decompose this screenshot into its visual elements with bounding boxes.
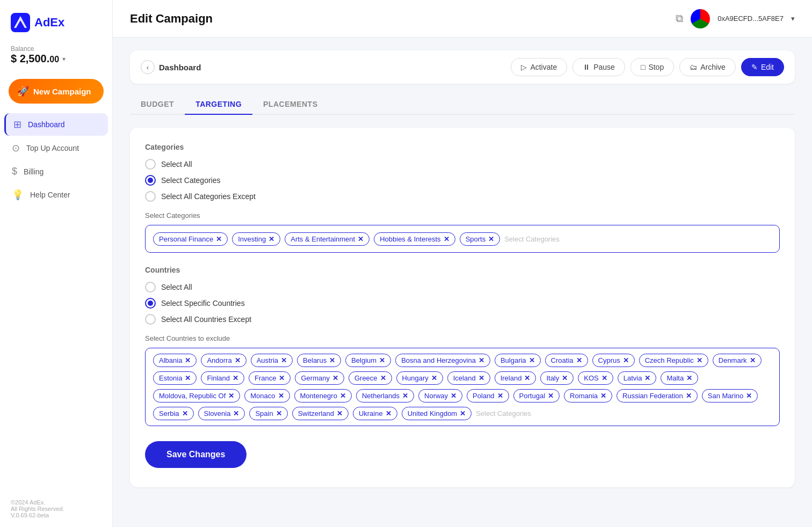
remove-tag-icon[interactable]: ✕	[524, 375, 530, 382]
country-tag: Latvia✕	[618, 371, 657, 385]
sidebar-item-topup[interactable]: ⊙ Top Up Account	[4, 137, 108, 159]
sidebar-item-help[interactable]: 💡 Help Center	[4, 184, 108, 206]
category-tag: Investing✕	[232, 232, 280, 246]
remove-tag-icon[interactable]: ✕	[529, 357, 535, 364]
remove-tag-icon[interactable]: ✕	[697, 357, 702, 364]
categories-tags-input[interactable]: Personal Finance✕Investing✕Arts & Entert…	[145, 225, 780, 253]
remove-tag-icon[interactable]: ✕	[562, 375, 568, 382]
countries-placeholder: Select Categories	[476, 409, 531, 418]
remove-tag-icon[interactable]: ✕	[601, 375, 607, 382]
remove-tag-icon[interactable]: ✕	[235, 357, 241, 364]
country-tag: Switzerland✕	[292, 407, 349, 420]
country-tag: United Kingdom✕	[402, 407, 472, 420]
radio-select-specific-countries[interactable]: Select Specific Countries	[145, 298, 780, 309]
archive-button[interactable]: 🗂 Archive	[679, 58, 736, 76]
remove-tag-icon[interactable]: ✕	[548, 392, 554, 399]
radio-select-all-countries[interactable]: Select All	[145, 282, 780, 292]
radio-select-all-categories[interactable]: Select All	[145, 159, 780, 170]
country-tag: Austria✕	[251, 354, 293, 367]
remove-tag-icon[interactable]: ✕	[576, 357, 582, 364]
remove-tag-icon[interactable]: ✕	[216, 236, 222, 243]
topbar-right: ⧉ 0xA9ECFD...5AF8E7 ▾	[676, 9, 795, 28]
radio-circle-cat	[145, 175, 156, 186]
edit-button[interactable]: ✎ Edit	[741, 58, 784, 76]
back-arrow-icon[interactable]: ‹	[141, 60, 155, 74]
remove-tag-icon[interactable]: ✕	[686, 392, 692, 399]
stop-button[interactable]: □ Stop	[630, 58, 674, 76]
activate-button[interactable]: ▷ Activate	[511, 58, 567, 76]
breadcrumb[interactable]: ‹ Dashboard	[141, 60, 201, 74]
pause-button[interactable]: ⏸ Pause	[572, 58, 625, 76]
remove-tag-icon[interactable]: ✕	[269, 236, 274, 243]
remove-tag-icon[interactable]: ✕	[386, 410, 392, 417]
radio-select-all-except-categories[interactable]: Select All Categories Except	[145, 191, 780, 202]
tab-targeting[interactable]: TARGETING	[185, 94, 252, 115]
remove-tag-icon[interactable]: ✕	[460, 410, 466, 417]
remove-tag-icon[interactable]: ✕	[340, 392, 346, 399]
remove-tag-icon[interactable]: ✕	[686, 375, 692, 382]
remove-tag-icon[interactable]: ✕	[479, 375, 484, 382]
country-tag: Estonia✕	[153, 371, 197, 385]
remove-tag-icon[interactable]: ✕	[185, 357, 191, 364]
remove-tag-icon[interactable]: ✕	[600, 392, 606, 399]
remove-tag-icon[interactable]: ✕	[278, 392, 284, 399]
radio-circle-specific	[145, 298, 156, 309]
country-tag: Netherlands✕	[356, 389, 414, 402]
remove-tag-icon[interactable]: ✕	[332, 375, 338, 382]
remove-tag-icon[interactable]: ✕	[379, 357, 385, 364]
remove-tag-icon[interactable]: ✕	[358, 236, 364, 243]
remove-tag-icon[interactable]: ✕	[281, 357, 287, 364]
remove-tag-icon[interactable]: ✕	[623, 357, 629, 364]
remove-tag-icon[interactable]: ✕	[402, 392, 408, 399]
remove-tag-icon[interactable]: ✕	[228, 392, 234, 399]
country-tag: Greece✕	[349, 371, 392, 385]
save-changes-button[interactable]: Save Changes	[145, 441, 247, 468]
remove-tag-icon[interactable]: ✕	[185, 375, 191, 382]
remove-tag-icon[interactable]: ✕	[329, 357, 335, 364]
remove-tag-icon[interactable]: ✕	[750, 357, 756, 364]
remove-tag-icon[interactable]: ✕	[451, 392, 456, 399]
remove-tag-icon[interactable]: ✕	[644, 375, 650, 382]
rocket-icon: 🚀	[17, 85, 29, 97]
remove-tag-icon[interactable]: ✕	[488, 236, 494, 243]
topbar: Edit Campaign ⧉ 0xA9ECFD...5AF8E7 ▾	[113, 0, 812, 38]
country-tag: Denmark✕	[713, 354, 762, 367]
tab-budget[interactable]: BUDGET	[130, 94, 185, 115]
sidebar-item-billing[interactable]: $ Billing	[4, 160, 108, 182]
country-tag: France✕	[249, 371, 291, 385]
sidebar-item-dashboard[interactable]: ⊞ Dashboard	[4, 113, 108, 136]
country-tag: Norway✕	[418, 389, 462, 402]
balance-amount-row[interactable]: $ 2,500.00 ▾	[11, 53, 102, 65]
countries-field-label: Select Countries to exclude	[145, 334, 780, 342]
sidebar-nav: ⊞ Dashboard ⊙ Top Up Account $ Billing 💡…	[0, 113, 112, 206]
radio-select-all-except-countries[interactable]: Select All Countries Except	[145, 314, 780, 325]
radio-select-categories[interactable]: Select Categories	[145, 175, 780, 186]
remove-tag-icon[interactable]: ✕	[233, 375, 238, 382]
remove-tag-icon[interactable]: ✕	[431, 375, 437, 382]
archive-icon: 🗂	[690, 63, 697, 71]
countries-tags-input[interactable]: Albania✕Andorra✕Austria✕Belarus✕Belgium✕…	[145, 348, 780, 426]
remove-tag-icon[interactable]: ✕	[497, 392, 503, 399]
remove-tag-icon[interactable]: ✕	[337, 410, 343, 417]
country-tag: Iceland✕	[447, 371, 490, 385]
remove-tag-icon[interactable]: ✕	[479, 357, 484, 364]
main-content: Edit Campaign ⧉ 0xA9ECFD...5AF8E7 ▾ ‹ Da…	[113, 0, 812, 527]
remove-tag-icon[interactable]: ✕	[233, 410, 239, 417]
remove-tag-icon[interactable]: ✕	[444, 236, 450, 243]
remove-tag-icon[interactable]: ✕	[746, 392, 752, 399]
campaign-action-buttons: ▷ Activate ⏸ Pause □ Stop 🗂 Archive ✎	[511, 58, 784, 76]
balance-amount: $ 2,500.00	[11, 53, 59, 65]
new-campaign-button[interactable]: 🚀 New Campaign	[9, 79, 104, 104]
remove-tag-icon[interactable]: ✕	[380, 375, 386, 382]
country-tag: Finland✕	[201, 371, 244, 385]
country-tag: Belarus✕	[297, 354, 341, 367]
radio-circle-all-cat	[145, 159, 156, 170]
avatar[interactable]	[691, 9, 710, 28]
remove-tag-icon[interactable]: ✕	[276, 410, 282, 417]
copy-icon[interactable]: ⧉	[676, 12, 683, 25]
account-chevron-icon[interactable]: ▾	[791, 14, 795, 23]
remove-tag-icon[interactable]: ✕	[279, 375, 285, 382]
remove-tag-icon[interactable]: ✕	[182, 410, 188, 417]
country-tag: Russian Federation✕	[617, 389, 698, 402]
tab-placements[interactable]: PLACEMENTS	[252, 94, 328, 115]
